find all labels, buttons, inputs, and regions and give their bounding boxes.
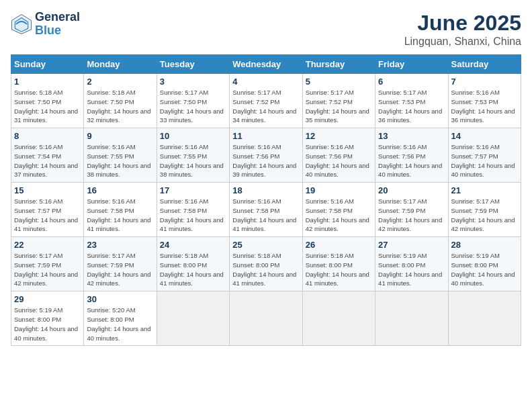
day-info: Sunrise: 5:18 AMSunset: 7:50 PMDaylight:… xyxy=(14,89,78,124)
day-number: 27 xyxy=(378,240,445,250)
calendar-cell: 7Sunrise: 5:16 AMSunset: 7:53 PMDaylight… xyxy=(448,74,521,128)
calendar-cell xyxy=(157,291,229,346)
day-info: Sunrise: 5:19 AMSunset: 8:00 PMDaylight:… xyxy=(378,252,442,287)
calendar-cell: 16Sunrise: 5:16 AMSunset: 7:58 PMDayligh… xyxy=(84,183,157,237)
day-number: 25 xyxy=(232,240,299,250)
calendar-title: June 2025 xyxy=(404,11,521,36)
header-saturday: Saturday xyxy=(448,55,521,74)
header-wednesday: Wednesday xyxy=(230,55,302,74)
calendar-cell xyxy=(375,291,448,346)
day-info: Sunrise: 5:19 AMSunset: 8:00 PMDaylight:… xyxy=(14,306,78,341)
day-info: Sunrise: 5:16 AMSunset: 7:57 PMDaylight:… xyxy=(451,143,515,178)
day-number: 10 xyxy=(160,131,226,141)
calendar-table: SundayMondayTuesdayWednesdayThursdayFrid… xyxy=(11,54,521,346)
calendar-cell: 14Sunrise: 5:16 AMSunset: 7:57 PMDayligh… xyxy=(448,128,521,183)
day-info: Sunrise: 5:17 AMSunset: 7:52 PMDaylight:… xyxy=(306,89,369,124)
day-number: 3 xyxy=(160,77,226,87)
day-number: 12 xyxy=(306,131,372,141)
day-number: 16 xyxy=(87,185,153,195)
calendar-cell: 3Sunrise: 5:17 AMSunset: 7:50 PMDaylight… xyxy=(157,74,229,128)
day-number: 23 xyxy=(87,240,153,250)
day-number: 5 xyxy=(306,77,372,87)
calendar-cell: 10Sunrise: 5:16 AMSunset: 7:55 PMDayligh… xyxy=(157,128,229,183)
calendar-cell: 30Sunrise: 5:20 AMSunset: 8:00 PMDayligh… xyxy=(84,291,157,346)
day-number: 30 xyxy=(87,294,153,304)
header-sunday: Sunday xyxy=(11,55,84,74)
header-monday: Monday xyxy=(84,55,157,74)
logo: General Blue xyxy=(11,11,80,38)
day-info: Sunrise: 5:16 AMSunset: 7:56 PMDaylight:… xyxy=(232,143,296,178)
day-info: Sunrise: 5:17 AMSunset: 7:52 PMDaylight:… xyxy=(232,89,296,124)
calendar-cell: 27Sunrise: 5:19 AMSunset: 8:00 PMDayligh… xyxy=(375,237,448,291)
day-number: 7 xyxy=(451,77,518,87)
calendar-cell: 1Sunrise: 5:18 AMSunset: 7:50 PMDaylight… xyxy=(11,74,84,128)
header-thursday: Thursday xyxy=(302,55,375,74)
header-row: SundayMondayTuesdayWednesdayThursdayFrid… xyxy=(11,55,521,74)
calendar-cell: 24Sunrise: 5:18 AMSunset: 8:00 PMDayligh… xyxy=(157,237,229,291)
day-info: Sunrise: 5:17 AMSunset: 7:50 PMDaylight:… xyxy=(160,89,224,124)
day-number: 28 xyxy=(451,240,518,250)
calendar-cell: 4Sunrise: 5:17 AMSunset: 7:52 PMDaylight… xyxy=(230,74,302,128)
calendar-cell: 8Sunrise: 5:16 AMSunset: 7:54 PMDaylight… xyxy=(11,128,84,183)
day-info: Sunrise: 5:16 AMSunset: 7:57 PMDaylight:… xyxy=(14,197,78,232)
calendar-week-4: 22Sunrise: 5:17 AMSunset: 7:59 PMDayligh… xyxy=(11,237,521,291)
calendar-cell: 23Sunrise: 5:17 AMSunset: 7:59 PMDayligh… xyxy=(84,237,157,291)
day-number: 19 xyxy=(306,185,372,195)
header-friday: Friday xyxy=(375,55,448,74)
day-info: Sunrise: 5:16 AMSunset: 7:55 PMDaylight:… xyxy=(160,143,224,178)
day-info: Sunrise: 5:18 AMSunset: 7:50 PMDaylight:… xyxy=(87,89,150,124)
calendar-cell xyxy=(230,291,302,346)
day-info: Sunrise: 5:16 AMSunset: 7:54 PMDaylight:… xyxy=(14,143,78,178)
day-number: 6 xyxy=(378,77,445,87)
day-number: 14 xyxy=(451,131,518,141)
calendar-cell: 11Sunrise: 5:16 AMSunset: 7:56 PMDayligh… xyxy=(230,128,302,183)
day-info: Sunrise: 5:18 AMSunset: 8:00 PMDaylight:… xyxy=(306,252,369,287)
title-area: June 2025 Lingquan, Shanxi, China xyxy=(404,11,521,48)
calendar-cell: 22Sunrise: 5:17 AMSunset: 7:59 PMDayligh… xyxy=(11,237,84,291)
day-number: 4 xyxy=(232,77,299,87)
day-number: 29 xyxy=(14,294,81,304)
day-info: Sunrise: 5:16 AMSunset: 7:55 PMDaylight:… xyxy=(87,143,150,178)
logo-icon xyxy=(11,13,32,35)
calendar-cell: 2Sunrise: 5:18 AMSunset: 7:50 PMDaylight… xyxy=(84,74,157,128)
day-info: Sunrise: 5:16 AMSunset: 7:56 PMDaylight:… xyxy=(378,143,442,178)
day-info: Sunrise: 5:17 AMSunset: 7:59 PMDaylight:… xyxy=(378,197,442,232)
calendar-cell: 29Sunrise: 5:19 AMSunset: 8:00 PMDayligh… xyxy=(11,291,84,346)
day-info: Sunrise: 5:17 AMSunset: 7:59 PMDaylight:… xyxy=(451,197,515,232)
calendar-cell: 5Sunrise: 5:17 AMSunset: 7:52 PMDaylight… xyxy=(302,74,375,128)
calendar-cell: 15Sunrise: 5:16 AMSunset: 7:57 PMDayligh… xyxy=(11,183,84,237)
day-number: 22 xyxy=(14,240,81,250)
calendar-cell: 28Sunrise: 5:19 AMSunset: 8:00 PMDayligh… xyxy=(448,237,521,291)
day-info: Sunrise: 5:19 AMSunset: 8:00 PMDaylight:… xyxy=(451,252,515,287)
day-info: Sunrise: 5:20 AMSunset: 8:00 PMDaylight:… xyxy=(87,306,150,341)
calendar-cell: 26Sunrise: 5:18 AMSunset: 8:00 PMDayligh… xyxy=(302,237,375,291)
calendar-cell: 6Sunrise: 5:17 AMSunset: 7:53 PMDaylight… xyxy=(375,74,448,128)
calendar-cell: 18Sunrise: 5:16 AMSunset: 7:58 PMDayligh… xyxy=(230,183,302,237)
day-number: 1 xyxy=(14,77,81,87)
calendar-cell: 9Sunrise: 5:16 AMSunset: 7:55 PMDaylight… xyxy=(84,128,157,183)
day-info: Sunrise: 5:17 AMSunset: 7:59 PMDaylight:… xyxy=(87,252,150,287)
day-number: 18 xyxy=(232,185,299,195)
day-info: Sunrise: 5:18 AMSunset: 8:00 PMDaylight:… xyxy=(160,252,224,287)
day-info: Sunrise: 5:16 AMSunset: 7:53 PMDaylight:… xyxy=(451,89,515,124)
day-info: Sunrise: 5:17 AMSunset: 7:59 PMDaylight:… xyxy=(14,252,78,287)
header-tuesday: Tuesday xyxy=(157,55,229,74)
day-number: 26 xyxy=(306,240,372,250)
logo-blue: Blue xyxy=(35,24,80,38)
calendar-cell: 13Sunrise: 5:16 AMSunset: 7:56 PMDayligh… xyxy=(375,128,448,183)
page-header: General Blue June 2025 Lingquan, Shanxi,… xyxy=(11,11,521,48)
day-info: Sunrise: 5:16 AMSunset: 7:58 PMDaylight:… xyxy=(232,197,296,232)
day-number: 13 xyxy=(378,131,445,141)
day-info: Sunrise: 5:17 AMSunset: 7:53 PMDaylight:… xyxy=(378,89,442,124)
day-number: 15 xyxy=(14,185,81,195)
day-number: 24 xyxy=(160,240,226,250)
day-number: 20 xyxy=(378,185,445,195)
calendar-cell: 12Sunrise: 5:16 AMSunset: 7:56 PMDayligh… xyxy=(302,128,375,183)
calendar-week-2: 8Sunrise: 5:16 AMSunset: 7:54 PMDaylight… xyxy=(11,128,521,183)
calendar-week-5: 29Sunrise: 5:19 AMSunset: 8:00 PMDayligh… xyxy=(11,291,521,346)
calendar-cell: 21Sunrise: 5:17 AMSunset: 7:59 PMDayligh… xyxy=(448,183,521,237)
calendar-subtitle: Lingquan, Shanxi, China xyxy=(404,36,521,48)
calendar-cell: 25Sunrise: 5:18 AMSunset: 8:00 PMDayligh… xyxy=(230,237,302,291)
calendar-cell: 19Sunrise: 5:16 AMSunset: 7:58 PMDayligh… xyxy=(302,183,375,237)
day-number: 8 xyxy=(14,131,81,141)
